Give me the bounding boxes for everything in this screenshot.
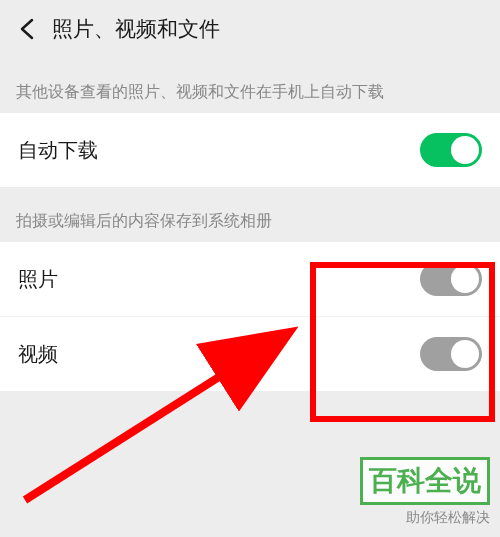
row-label-photo: 照片 [18,266,58,293]
watermark: 百科全说 助你轻松解决 [360,457,490,527]
section-autodownload-desc: 其他设备查看的照片、视频和文件在手机上自动下载 [0,58,500,113]
page-header: 照片、视频和文件 [0,0,500,58]
page-title: 照片、视频和文件 [52,15,220,43]
toggle-photo[interactable] [420,262,482,296]
toggle-auto-download[interactable] [420,133,482,167]
toggle-knob [451,340,479,368]
toggle-knob [451,136,479,164]
toggle-video[interactable] [420,337,482,371]
toggle-knob [451,265,479,293]
row-photo: 照片 [0,242,500,316]
row-label-auto-download: 自动下载 [18,137,98,164]
watermark-sub: 助你轻松解决 [360,509,490,527]
row-video: 视频 [0,316,500,391]
row-label-video: 视频 [18,341,58,368]
row-auto-download: 自动下载 [0,113,500,187]
section-savealbum-desc: 拍摄或编辑后的内容保存到系统相册 [0,187,500,242]
back-icon[interactable] [16,18,38,40]
watermark-main: 百科全说 [360,457,490,505]
